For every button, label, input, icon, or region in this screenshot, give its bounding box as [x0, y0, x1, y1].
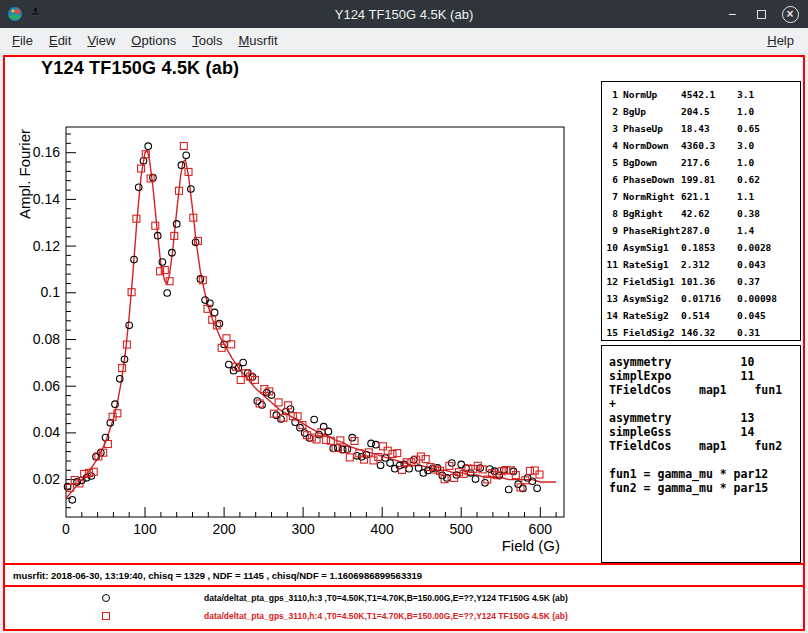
param-row: 6PhaseDown199.810.62 [606, 171, 800, 188]
legend-entry: data/deltat_pta_gps_3110,h:3 ,T0=4.50K,T… [5, 589, 803, 607]
legend-marker-circle [102, 594, 110, 602]
titlebar[interactable]: Y124 TF150G 4.5K (ab) − × [0, 0, 808, 28]
menu-tools[interactable]: Tools [184, 29, 230, 52]
theory-line [609, 453, 800, 467]
theory-line: asymmetry 10 [609, 355, 800, 369]
parameter-pave[interactable]: 1NormUp4542.13.12BgUp204.51.03PhaseUp18.… [601, 81, 801, 341]
svg-text:0.12: 0.12 [33, 238, 60, 254]
menubar: FileEditViewOptionsToolsMusrfit Help [0, 28, 808, 54]
param-row: 3PhaseUp18.430.65 [606, 120, 800, 137]
param-row: 15FieldSig2146.320.31 [606, 324, 800, 341]
param-row: 12FieldSig1101.360.37 [606, 273, 800, 290]
legend-label: data/deltat_pta_gps_3110,h:4 ,T0=4.50K,T… [204, 611, 568, 621]
param-row: 5BgDown217.61.0 [606, 154, 800, 171]
menu-file[interactable]: File [4, 29, 41, 52]
root-canvas[interactable]: 01002003004005006000.020.040.060.080.10.… [3, 55, 805, 631]
minimize-button[interactable]: − [723, 5, 741, 23]
svg-text:0.06: 0.06 [33, 378, 60, 394]
svg-text:300: 300 [291, 521, 315, 537]
theory-line: simplExpo 11 [609, 369, 800, 383]
maximize-button[interactable] [752, 5, 770, 23]
param-row: 2BgUp204.51.0 [606, 103, 800, 120]
plot-pad[interactable]: 01002003004005006000.020.040.060.080.10.… [5, 57, 803, 565]
svg-text:0.02: 0.02 [33, 471, 60, 487]
svg-text:100: 100 [133, 521, 157, 537]
legend-marker-square [102, 612, 110, 620]
svg-text:200: 200 [212, 521, 236, 537]
svg-text:0.08: 0.08 [33, 331, 60, 347]
theory-line: TFieldCos map1 fun2 [609, 439, 800, 453]
theory-line: + [609, 397, 800, 411]
theory-line: asymmetry 13 [609, 411, 800, 425]
legend-entry: data/deltat_pta_gps_3110,h:4 ,T0=4.50K,T… [5, 607, 803, 625]
fit-line [66, 150, 556, 498]
theory-line: fun2 = gamma_mu * par15 [609, 481, 800, 495]
canvas-frame: 01002003004005006000.020.040.060.080.10.… [0, 54, 808, 633]
param-row: 7NormRight621.11.1 [606, 188, 800, 205]
param-row: 1NormUp4542.13.1 [606, 86, 800, 103]
menu-help[interactable]: Help [761, 29, 800, 52]
svg-text:0: 0 [62, 521, 70, 537]
svg-text:0.14: 0.14 [33, 191, 60, 207]
menu-options[interactable]: Options [123, 29, 184, 52]
theory-line: simpleGss 14 [609, 425, 800, 439]
param-row: 9PhaseRight287.01.4 [606, 222, 800, 239]
svg-text:600: 600 [529, 521, 553, 537]
param-row: 8BgRight42.620.38 [606, 205, 800, 222]
svg-text:500: 500 [450, 521, 474, 537]
legend-label: data/deltat_pta_gps_3110,h:3 ,T0=4.50K,T… [204, 593, 568, 603]
x-axis-title: Field (G) [502, 537, 560, 554]
app-window: Y124 TF150G 4.5K (ab) − × FileEditViewOp… [0, 0, 808, 633]
menu-edit[interactable]: Edit [41, 29, 79, 52]
menu-view[interactable]: View [79, 29, 123, 52]
legend-pave[interactable]: data/deltat_pta_gps_3110,h:3 ,T0=4.50K,T… [5, 587, 803, 629]
param-row: 4NormDown4360.33.0 [606, 137, 800, 154]
fit-info-text: musrfit: 2018-06-30, 13:19:40, chisq = 1… [13, 570, 422, 581]
param-row: 13AsymSig20.017160.00098 [606, 290, 800, 307]
param-row: 14RateSig20.5140.045 [606, 307, 800, 324]
window-title: Y124 TF150G 4.5K (ab) [0, 7, 808, 22]
param-row: 11RateSig12.3120.043 [606, 256, 800, 273]
maximize-icon [757, 10, 766, 19]
menubar-items: FileEditViewOptionsToolsMusrfit [4, 29, 286, 52]
svg-text:0.1: 0.1 [41, 284, 61, 300]
y-axis-title: Ampl. Fourier [16, 129, 33, 219]
app-icon [7, 6, 23, 22]
close-button[interactable]: × [781, 5, 799, 23]
pin-icon[interactable] [29, 6, 42, 22]
theory-pave[interactable]: asymmetry 10simplExpo 11TFieldCos map1 f… [601, 345, 801, 563]
theory-line: fun1 = gamma_mu * par12 [609, 467, 800, 481]
param-row: 10AsymSig10.18530.0028 [606, 239, 800, 256]
titlebar-icons [0, 6, 42, 22]
menu-musrfit[interactable]: Musrfit [231, 29, 286, 52]
svg-text:0.04: 0.04 [33, 424, 60, 440]
svg-text:0.16: 0.16 [33, 144, 60, 160]
theory-line: TFieldCos map1 fun1 [609, 383, 800, 397]
window-controls: − × [723, 0, 799, 28]
svg-text:400: 400 [371, 521, 395, 537]
fit-info-pad[interactable]: musrfit: 2018-06-30, 13:19:40, chisq = 1… [5, 565, 803, 587]
close-icon: × [782, 6, 799, 23]
plot-title: Y124 TF150G 4.5K (ab) [41, 58, 239, 79]
